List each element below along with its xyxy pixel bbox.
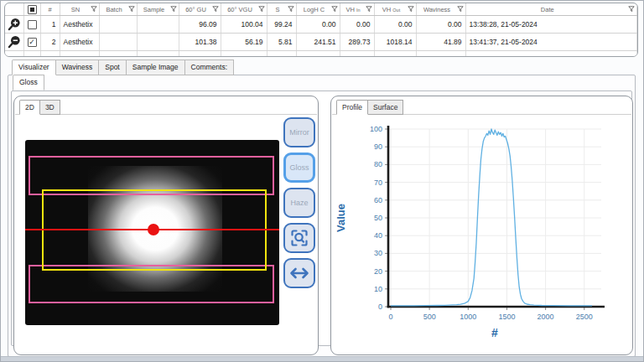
tab-3d[interactable]: 3D bbox=[40, 100, 60, 115]
cell-sample bbox=[137, 16, 179, 34]
gloss-button[interactable]: Gloss bbox=[283, 153, 315, 183]
cell-60vgu: 56.19 bbox=[221, 34, 267, 51]
svg-text:40: 40 bbox=[374, 231, 382, 240]
filter-icon[interactable] bbox=[366, 6, 372, 13]
main-tab-bar: Visualizer Waviness Spot Sample Image Co… bbox=[12, 59, 234, 75]
cell-batch bbox=[99, 34, 137, 51]
measurement-table: # SN Batch Sample 60° GU 60° VGU S LogH … bbox=[5, 3, 637, 56]
col-index[interactable]: # bbox=[40, 3, 60, 16]
cell-60gu: 101.38 bbox=[179, 34, 221, 51]
svg-text:20: 20 bbox=[374, 267, 382, 276]
svg-text:30: 30 bbox=[374, 249, 382, 257]
svg-text:2500: 2500 bbox=[576, 313, 593, 321]
svg-text:Value: Value bbox=[335, 204, 347, 232]
zoom-in-cell[interactable] bbox=[5, 16, 23, 34]
row-checkbox[interactable] bbox=[28, 20, 37, 29]
chart-tab-strip: Profile Surface bbox=[332, 96, 631, 115]
table-filler-row bbox=[5, 51, 637, 57]
visualizer-page: Gloss 2D 3D Mirr bbox=[8, 75, 636, 357]
gloss-page: 2D 3D Mirror Gloss Haze bbox=[11, 90, 632, 346]
focus-magnifier-icon bbox=[289, 228, 309, 248]
tab-spot[interactable]: Spot bbox=[99, 59, 127, 75]
svg-text:#: # bbox=[491, 326, 498, 339]
table-row[interactable]: ✓ 2 Aesthetix 101.38 56.19 5.81 241.51 2… bbox=[5, 34, 637, 51]
row-checkbox-cell[interactable]: ✓ bbox=[23, 34, 40, 51]
table-row[interactable]: 1 Aesthetix 96.09 100.04 99.24 0.00 0.00… bbox=[5, 16, 637, 34]
col-sn[interactable]: SN bbox=[60, 3, 99, 16]
filter-icon[interactable] bbox=[457, 6, 464, 13]
tab-sample-image[interactable]: Sample Image bbox=[127, 59, 185, 75]
zoom-column-header bbox=[5, 3, 23, 16]
results-table: # SN Batch Sample 60° GU 60° VGU S LogH … bbox=[4, 3, 638, 57]
cell-vh-in: 0.00 bbox=[340, 16, 374, 34]
mirror-button[interactable]: Mirror bbox=[283, 117, 315, 147]
cell-batch bbox=[99, 16, 137, 34]
viewer-tab-strip: 2D 3D bbox=[15, 96, 317, 115]
cell-sample bbox=[137, 34, 179, 51]
filter-icon[interactable] bbox=[91, 6, 97, 13]
scan-point[interactable] bbox=[148, 224, 159, 235]
col-vh-in[interactable]: VH In bbox=[340, 3, 374, 16]
zoom-out-icon[interactable] bbox=[8, 35, 21, 49]
col-60vgu[interactable]: 60° VGU bbox=[221, 3, 267, 16]
filter-icon[interactable] bbox=[628, 6, 635, 13]
tab-visualizer[interactable]: Visualizer bbox=[12, 59, 56, 75]
cell-sn: Aesthetix bbox=[60, 34, 99, 51]
col-sample[interactable]: Sample bbox=[137, 3, 179, 16]
profile-chart: 0102030405060708090100050010001500200025… bbox=[333, 117, 630, 352]
profile-panel: Profile Surface 010203040506070809010005… bbox=[330, 96, 633, 355]
col-logh-c[interactable]: LogH C bbox=[296, 3, 340, 16]
svg-text:0: 0 bbox=[388, 313, 392, 321]
haze-button[interactable]: Haze bbox=[283, 188, 315, 218]
app-window: # SN Batch Sample 60° GU 60° VGU S LogH … bbox=[0, 0, 644, 362]
svg-text:10: 10 bbox=[374, 285, 382, 293]
status-strip bbox=[1, 356, 643, 361]
svg-text:0: 0 bbox=[378, 303, 382, 311]
svg-text:100: 100 bbox=[370, 125, 382, 133]
col-s[interactable]: S bbox=[267, 3, 296, 16]
cell-waviness: 0.00 bbox=[416, 16, 465, 34]
col-batch[interactable]: Batch bbox=[99, 3, 137, 16]
svg-text:1000: 1000 bbox=[460, 313, 476, 321]
select-all-header[interactable] bbox=[23, 3, 40, 16]
cell-index: 2 bbox=[40, 34, 60, 51]
svg-text:70: 70 bbox=[374, 178, 382, 187]
filter-icon[interactable] bbox=[258, 6, 265, 13]
cell-60vgu: 100.04 bbox=[221, 16, 267, 34]
cell-date: 13:41:37, 21-05-2024 bbox=[465, 34, 637, 51]
sample-image-2d[interactable] bbox=[25, 140, 279, 325]
cell-sn: Aesthetix bbox=[60, 16, 99, 34]
tab-surface[interactable]: Surface bbox=[368, 100, 403, 115]
filter-icon[interactable] bbox=[128, 6, 135, 13]
col-waviness[interactable]: Waviness bbox=[416, 3, 465, 16]
col-vh-out[interactable]: VH Out bbox=[374, 3, 416, 16]
focus-zoom-button[interactable] bbox=[283, 223, 315, 253]
tab-waviness[interactable]: Waviness bbox=[56, 59, 100, 75]
tab-2d[interactable]: 2D bbox=[19, 100, 40, 115]
row-checkbox[interactable]: ✓ bbox=[28, 38, 37, 47]
row-checkbox-cell[interactable] bbox=[23, 16, 40, 34]
filter-icon[interactable] bbox=[288, 6, 294, 13]
table-header-row: # SN Batch Sample 60° GU 60° VGU S LogH … bbox=[5, 3, 637, 16]
cell-logh-c: 241.51 bbox=[296, 34, 340, 51]
filter-icon[interactable] bbox=[408, 6, 414, 13]
zoom-out-cell[interactable] bbox=[5, 34, 23, 51]
col-60gu[interactable]: 60° GU bbox=[179, 3, 221, 16]
svg-text:90: 90 bbox=[374, 142, 382, 151]
tab-comments[interactable]: Comments: bbox=[185, 59, 234, 75]
filter-icon[interactable] bbox=[331, 6, 338, 13]
col-date[interactable]: Date bbox=[465, 3, 637, 16]
tab-gloss[interactable]: Gloss bbox=[13, 75, 44, 90]
stretch-horizontal-button[interactable] bbox=[283, 258, 315, 288]
select-all-checkbox[interactable] bbox=[28, 5, 37, 14]
horizontal-arrows-icon bbox=[288, 264, 310, 282]
cell-s: 99.24 bbox=[267, 16, 296, 34]
svg-text:50: 50 bbox=[374, 214, 382, 222]
sub-tab-bar: Gloss bbox=[13, 75, 44, 90]
zoom-in-icon[interactable] bbox=[8, 18, 21, 31]
tab-profile[interactable]: Profile bbox=[336, 100, 368, 115]
cell-60gu: 96.09 bbox=[179, 16, 221, 34]
filter-icon[interactable] bbox=[170, 6, 177, 13]
svg-text:1500: 1500 bbox=[498, 313, 515, 321]
filter-icon[interactable] bbox=[212, 6, 219, 13]
